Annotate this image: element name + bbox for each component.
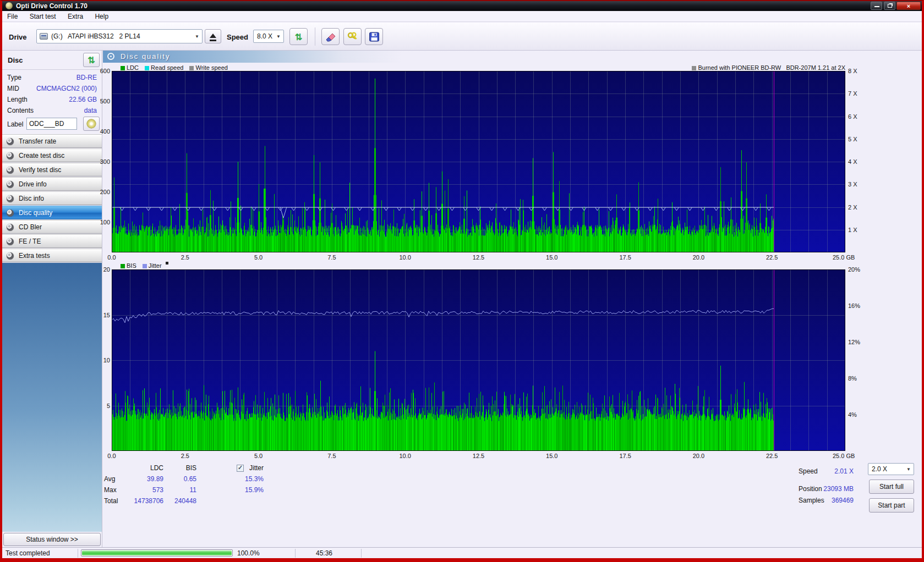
sidebar-item-disc-info[interactable]: Disc info: [2, 191, 102, 205]
disc-icon: [7, 210, 14, 217]
minimize-button[interactable]: [871, 2, 882, 10]
speed-select[interactable]: 8.0 X ▼: [253, 30, 284, 43]
chevron-down-icon: ▼: [905, 466, 912, 473]
drive-select-value: (G:) ATAPI iHBS312 2 PL14: [51, 32, 140, 40]
toolbar-separator: [315, 27, 315, 46]
axis-tick-label: 4 X: [848, 158, 857, 165]
checkmark-icon: ✓: [238, 464, 243, 471]
total-ldc-value: 14738706: [119, 497, 163, 505]
axis-tick-label: 22.5: [764, 254, 780, 261]
axis-tick-label: 16%: [848, 302, 860, 309]
status-bar: Test completed 100.0% 45:36: [2, 547, 922, 558]
drive-icon: [40, 33, 48, 40]
floppy-disk-icon: [369, 32, 379, 42]
window-title: Opti Drive Control 1.70: [16, 2, 88, 10]
disc-icon: [7, 195, 14, 202]
sidebar-item-drive-info[interactable]: Drive info: [2, 177, 102, 191]
save-button[interactable]: [365, 28, 383, 45]
sidebar-nav: Transfer rateCreate test discVerify test…: [2, 134, 102, 263]
chevron-down-icon: ▼: [275, 33, 282, 40]
axis-tick-label: 400: [97, 128, 110, 135]
jitter-checkbox[interactable]: ✓: [237, 465, 244, 472]
restore-icon: [888, 4, 892, 8]
chevron-down-icon: ▼: [193, 33, 201, 40]
refresh-button[interactable]: ⇅: [289, 28, 308, 45]
disc-type-value: BD-RE: [76, 74, 97, 81]
divider: [2, 69, 102, 70]
burn-annotation-text: Burned with PIONEER BD-RW BDR-207M 1.21 …: [698, 64, 845, 71]
close-icon: ×: [897, 2, 920, 10]
max-jitter-value: 15.9%: [229, 486, 264, 494]
start-full-button[interactable]: Start full: [869, 480, 914, 494]
license-button[interactable]: [343, 28, 362, 45]
axis-tick-label: 4%: [848, 411, 857, 418]
ldc-chart-legend: LDC Read speed Write speed: [121, 64, 228, 71]
page-title: Disc quality: [121, 52, 170, 60]
sidebar-item-label: Drive info: [19, 180, 47, 188]
progress-fill: [82, 550, 232, 555]
menu-file[interactable]: File: [2, 11, 23, 22]
menu-extra[interactable]: Extra: [63, 11, 88, 22]
app-window: Opti Drive Control 1.70 × File Start tes…: [0, 0, 924, 562]
bis-column-header: BIS: [169, 464, 196, 472]
axis-tick-label: 10: [97, 357, 110, 363]
status-text: Test completed: [6, 549, 50, 557]
avg-row-label: Avg: [104, 475, 115, 483]
drive-select[interactable]: (G:) ATAPI iHBS312 2 PL14 ▼: [36, 29, 203, 43]
menu-help[interactable]: Help: [90, 11, 113, 22]
max-bis-value: 11: [169, 486, 196, 494]
disc-icon: [7, 224, 14, 231]
ldc-chart-canvas[interactable]: [112, 71, 845, 252]
drive-label: Drive: [9, 33, 27, 41]
menu-bar: File Start test Extra Help: [2, 11, 922, 22]
avg-bis-value: 0.65: [169, 475, 196, 483]
start-part-button[interactable]: Start part: [869, 498, 914, 513]
close-button[interactable]: ×: [896, 2, 921, 10]
ldc-column-header: LDC: [119, 464, 163, 472]
bis-jitter-chart-canvas[interactable]: [112, 269, 845, 451]
speed-label: Speed: [227, 33, 248, 41]
disc-icon: [7, 238, 14, 245]
progress-bar: [81, 549, 233, 557]
sidebar-item-create-test-disc[interactable]: Create test disc: [2, 148, 102, 162]
legend-read-speed: Read speed: [151, 64, 183, 71]
avg-ldc-value: 39.89: [119, 475, 163, 483]
sidebar-item-disc-quality[interactable]: Disc quality: [2, 206, 102, 219]
axis-tick-label: 25.0 GB: [833, 453, 866, 459]
test-speed-select[interactable]: 2.0 X ▼: [868, 463, 914, 475]
window-border: [0, 558, 924, 562]
sidebar-item-cd-bler[interactable]: CD Bler: [2, 220, 102, 234]
restore-button[interactable]: [884, 2, 895, 10]
keys-icon: [347, 32, 358, 42]
erase-disc-button[interactable]: [321, 28, 340, 45]
quality-stats: LDC BIS ✓ Jitter Avg 39.89 0.65 15.3% Ma…: [103, 464, 279, 510]
axis-tick-label: 5.0: [250, 453, 267, 459]
disc-label-input[interactable]: [26, 118, 77, 130]
legend-write-speed: Write speed: [195, 64, 228, 71]
sidebar-item-transfer-rate[interactable]: Transfer rate: [2, 134, 102, 148]
axis-tick-label: 200: [97, 189, 110, 195]
annotation-swatch: [692, 66, 696, 70]
eject-button[interactable]: [205, 29, 221, 43]
sidebar-item-verify-test-disc[interactable]: Verify test disc: [2, 163, 102, 177]
bis-jitter-chart: 201510520%16%12%8%4%0.02.55.07.510.012.5…: [112, 269, 845, 451]
eraser-icon: [325, 32, 336, 42]
sidebar-item-label: Disc info: [19, 195, 44, 202]
axis-tick-label: 15: [97, 312, 110, 318]
main-panel: Disc quality LDC Read speed Write speed …: [103, 51, 922, 547]
axis-tick-label: 2.5: [177, 254, 193, 261]
status-window-button[interactable]: Status window >>: [3, 533, 101, 546]
disc-refresh-button[interactable]: ⇅: [83, 53, 100, 67]
menu-start-test[interactable]: Start test: [25, 11, 61, 22]
jitter-column-header: Jitter: [249, 464, 264, 472]
axis-tick-label: 600: [97, 68, 110, 74]
total-bis-value: 240448: [169, 497, 196, 505]
sidebar-item-extra-tests[interactable]: Extra tests: [2, 249, 102, 262]
axis-tick-label: 15.0: [544, 254, 560, 261]
sidebar-item-fe-te[interactable]: FE / TE: [2, 234, 102, 248]
refresh-icon: ⇅: [290, 31, 307, 42]
disc-icon: [107, 53, 114, 60]
disc-mid-label: MID: [7, 85, 19, 92]
max-row-label: Max: [104, 486, 117, 494]
disc-contents-label: Contents: [7, 107, 34, 114]
